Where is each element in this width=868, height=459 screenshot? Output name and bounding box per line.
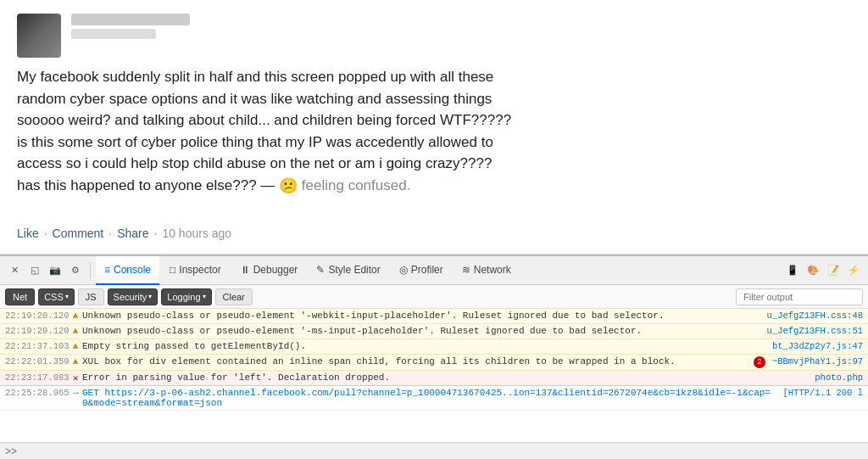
log-row: 22:19:20.120 ▲ Unknown pseudo-class or p… — [0, 324, 868, 339]
sep1: · — [44, 227, 47, 240]
tab-profiler[interactable]: ◎ Profiler — [391, 256, 452, 285]
post-line6: has this happened to anyone else??? — — [17, 177, 275, 193]
inspector-icon: □ — [170, 264, 175, 276]
log-timestamp: 22:19:20.120 — [5, 311, 69, 321]
tab-style-editor[interactable]: ✎ Style Editor — [308, 256, 388, 285]
css-chevron-icon: ▾ — [65, 293, 69, 300]
settings-button[interactable]: ⚙ — [66, 261, 85, 280]
post-line2: random cyber space options and it was li… — [17, 91, 492, 107]
responsive-design-button[interactable]: 📱 — [783, 261, 802, 280]
network-tab-label: Network — [474, 264, 511, 276]
remote-debug-button[interactable]: ⚡ — [844, 261, 863, 280]
sep2: · — [108, 227, 112, 240]
username-line1 — [71, 14, 190, 25]
screenshot-button[interactable]: 📷 — [46, 261, 64, 280]
log-row: 22:25:28.965 → GET https://3-p-06-ash2.c… — [0, 386, 868, 411]
post-actions: Like · Comment · Share · 10 hours ago — [17, 227, 851, 240]
paint-flashing-button[interactable]: 🎨 — [804, 261, 822, 280]
log-message: XUL box for div element contained an inl… — [82, 356, 750, 367]
log-timestamp: 22:25:28.965 — [5, 388, 69, 398]
dock-button[interactable]: ◱ — [25, 261, 44, 280]
post-header — [17, 14, 851, 58]
username-area — [71, 14, 190, 39]
css-filter-dropdown[interactable]: CSS ▾ — [38, 288, 75, 305]
log-timestamp: 22:23:17.983 — [5, 372, 69, 383]
log-message: Unknown pseudo-class or pseudo-element '… — [82, 311, 760, 321]
log-source[interactable]: [HTTP/1.1 200 l — [782, 388, 863, 398]
post-text: My facebook suddenly split in half and t… — [17, 66, 851, 218]
log-row: 22:22:01.359 ▲ XUL box for div element c… — [0, 355, 868, 371]
devtools-toolbar: ✕ ◱ 📷 ⚙ ≡ Console □ Inspector ⏸ Debugger… — [0, 256, 868, 285]
log-message[interactable]: GET https://3-p-06-ash2.channel.facebook… — [82, 388, 776, 408]
console-icon: ≡ — [104, 264, 110, 276]
style-editor-icon: ✎ — [316, 264, 325, 276]
log-timestamp: 22:22:01.359 — [5, 356, 69, 367]
logging-chevron-icon: ▾ — [203, 293, 206, 300]
log-source[interactable]: u_JefgZ13FH.css:48 — [767, 311, 863, 321]
filter-toolbar: Net CSS ▾ JS Security ▾ Logging ▾ Clear — [0, 285, 868, 309]
debugger-icon: ⏸ — [240, 264, 250, 276]
tab-console[interactable]: ≡ Console — [96, 256, 159, 285]
close-devtools-button[interactable]: ✕ — [5, 261, 24, 280]
post-feeling: feeling confused. — [302, 177, 411, 193]
log-row: 22:23:17.983 ✕ Error in parsing value fo… — [0, 371, 868, 386]
scratchpad-button[interactable]: 📝 — [824, 261, 843, 280]
post-time: 10 hours ago — [162, 227, 231, 240]
post-line1: My facebook suddenly split in half and t… — [17, 69, 493, 85]
log-source[interactable]: bt_J3dZp2y7.js:47 — [772, 341, 863, 351]
network-request-icon: → — [69, 388, 82, 398]
social-post: My facebook suddenly split in half and t… — [0, 0, 868, 255]
tab-network[interactable]: ≋ Network — [453, 256, 520, 285]
css-filter-label: CSS — [44, 292, 64, 302]
logging-filter-label: Logging — [167, 292, 200, 302]
console-log: 22:19:20.120 ▲ Unknown pseudo-class or p… — [0, 309, 868, 442]
share-action[interactable]: Share — [117, 227, 148, 240]
post-line3: sooooo weird? and talking about child...… — [17, 112, 511, 128]
emoji-confused: 😕 — [279, 175, 298, 198]
log-message: Error in parsing value for 'left'. Decla… — [82, 372, 808, 383]
sep3: · — [154, 227, 158, 240]
security-filter-label: Security — [114, 292, 147, 302]
post-line4: is this some sort of cyber police thing … — [17, 134, 493, 150]
security-filter-dropdown[interactable]: Security ▾ — [108, 288, 159, 305]
comment-action[interactable]: Comment — [53, 227, 104, 240]
net-filter-button[interactable]: Net — [5, 288, 35, 305]
error-icon: ✕ — [69, 372, 82, 383]
log-message: Empty string passed to getElementById(). — [82, 341, 765, 351]
filter-output-input[interactable] — [736, 288, 863, 305]
js-filter-button[interactable]: JS — [78, 288, 104, 305]
log-source[interactable]: u_JefgZ13FH.css:51 — [767, 326, 863, 336]
post-line5: access so i could help stop child abuse … — [17, 155, 492, 171]
username-line2 — [71, 29, 156, 39]
toolbar-separator — [90, 262, 91, 279]
log-timestamp: 22:21:37.103 — [5, 341, 69, 351]
logging-filter-dropdown[interactable]: Logging ▾ — [161, 288, 211, 305]
warning-icon: ▲ — [69, 341, 82, 351]
log-timestamp: 22:19:20.120 — [5, 326, 69, 336]
warning-icon: ▲ — [69, 356, 82, 367]
debugger-tab-label: Debugger — [253, 264, 298, 276]
log-source[interactable]: ~BBmvjPhaY1.js:97 — [772, 356, 863, 367]
warning-icon: ▲ — [69, 326, 82, 336]
inspector-tab-label: Inspector — [179, 264, 220, 276]
console-tab-label: Console — [114, 264, 151, 276]
profiler-icon: ◎ — [399, 264, 408, 276]
avatar — [17, 14, 61, 58]
style-editor-tab-label: Style Editor — [328, 264, 380, 276]
devtools-panel: ✕ ◱ 📷 ⚙ ≡ Console □ Inspector ⏸ Debugger… — [0, 255, 868, 459]
log-source[interactable]: photo.php — [815, 372, 863, 383]
log-row: 22:19:20.120 ▲ Unknown pseudo-class or p… — [0, 309, 868, 324]
log-message: Unknown pseudo-class or pseudo-element '… — [82, 326, 760, 336]
tab-debugger[interactable]: ⏸ Debugger — [231, 256, 307, 285]
clear-button[interactable]: Clear — [215, 288, 253, 305]
profiler-tab-label: Profiler — [411, 264, 443, 276]
warning-icon: ▲ — [69, 311, 82, 321]
tab-inspector[interactable]: □ Inspector — [161, 256, 230, 285]
expand-icon[interactable]: >> — [5, 445, 17, 457]
like-action[interactable]: Like — [17, 227, 39, 240]
network-icon: ≋ — [462, 264, 470, 276]
devtools-bottom-bar: >> — [0, 442, 868, 459]
error-badge: 2 — [754, 356, 765, 368]
log-row: 22:21:37.103 ▲ Empty string passed to ge… — [0, 339, 868, 355]
security-chevron-icon: ▾ — [148, 293, 152, 300]
